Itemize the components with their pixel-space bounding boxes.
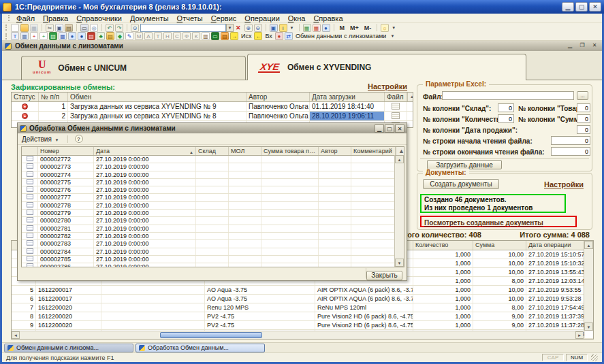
- table-row[interactable]: 00000277227.10.2019 0:00:00: [22, 156, 404, 163]
- nomenclature-icon[interactable]: ♣: [97, 32, 105, 40]
- edit-document-icon[interactable]: ✎: [125, 32, 133, 40]
- doc-number-cell[interactable]: 000002779: [38, 210, 94, 216]
- table-row[interactable]: 00000278327.10.2019 0:00:00: [22, 240, 404, 248]
- help-icon[interactable]: ?: [75, 135, 83, 143]
- scroll-up-icon[interactable]: ▲: [584, 241, 593, 249]
- search-dropdown-icon[interactable]: ▼: [226, 24, 234, 32]
- mdi-close-button[interactable]: ✕: [590, 42, 599, 50]
- menu-item-3[interactable]: Документы: [126, 14, 173, 22]
- doc-number-cell[interactable]: 000002775: [38, 179, 94, 186]
- table-row[interactable]: 00000277527.10.2019 0:00:00: [22, 179, 404, 186]
- column-header[interactable]: Статус: [12, 93, 39, 101]
- mdi-window-titlebar[interactable]: Обмен данными с линзоматами ▁ ❐ ✕: [2, 41, 602, 51]
- person-blue-icon[interactable]: ●: [78, 32, 86, 40]
- column-header[interactable]: Сумма: [473, 241, 526, 250]
- doc-mc-icon[interactable]: М: [135, 32, 143, 40]
- sales-vscrollbar[interactable]: ▲▼: [584, 241, 593, 331]
- column-header[interactable]: № п/п: [39, 93, 68, 101]
- col-saledate-input[interactable]: [577, 125, 590, 134]
- doc-number-cell[interactable]: 000002780: [38, 217, 94, 224]
- tab-unicum[interactable]: U unicum Обмен с UNICUM: [21, 56, 246, 80]
- browse-file-button[interactable]: ...: [577, 91, 588, 100]
- menu-item-2[interactable]: Справочники: [72, 14, 126, 22]
- doc-number-cell[interactable]: 000002784: [38, 248, 94, 255]
- doc-number-cell[interactable]: 000002777: [38, 194, 94, 201]
- exchange-icon[interactable]: ⇄: [285, 32, 293, 40]
- print-preview-icon[interactable]: ◎: [90, 24, 98, 32]
- table-row[interactable]: 00000278127.10.2019 0:00:00: [22, 225, 404, 233]
- column-header[interactable]: Дата операции: [526, 241, 585, 250]
- modal-close-button[interactable]: ✕: [395, 125, 404, 133]
- doc-nkl-icon[interactable]: Н: [163, 32, 172, 40]
- warehouse-cube-icon[interactable]: ◆: [116, 32, 124, 40]
- tip-of-day-icon[interactable]: ☼: [381, 24, 389, 32]
- incoming-docs-icon[interactable]: ←: [254, 32, 262, 40]
- ledger-green-icon[interactable]: ▤: [49, 32, 57, 40]
- new-document-icon[interactable]: [11, 24, 19, 32]
- terminal-green-icon[interactable]: ▭: [211, 32, 219, 40]
- doc-kassa-icon[interactable]: К: [192, 32, 200, 40]
- mdi-restore-button[interactable]: ❐: [577, 42, 587, 50]
- menu-item-7[interactable]: Окна: [284, 14, 310, 22]
- find-icon[interactable]: ⊙: [131, 24, 139, 32]
- zoom-out-icon[interactable]: ⊖: [254, 24, 262, 32]
- resize-grip[interactable]: [591, 354, 598, 361]
- memory-add[interactable]: M+: [348, 24, 361, 31]
- counterparties-icon[interactable]: ●: [68, 32, 76, 40]
- column-header[interactable]: Дата▲: [94, 147, 196, 155]
- scroll-up-icon[interactable]: ▲: [396, 147, 404, 155]
- chevron-down-icon[interactable]: ▼: [390, 34, 394, 38]
- table-row[interactable]: 00000278627.10.2019 0:00:00: [22, 263, 404, 267]
- table-row[interactable]: 61612200017AO Aqua -3.75AIR OPTIX AQUA (…: [12, 295, 593, 303]
- column-header[interactable]: Дата загрузки: [310, 93, 385, 101]
- table-row[interactable]: 00000277427.10.2019 0:00:00: [22, 171, 404, 179]
- chevron-down-icon[interactable]: ▼: [290, 26, 294, 30]
- close-dialog-button[interactable]: Закрыть: [366, 271, 402, 280]
- load-date-cell[interactable]: 01.11.2019 18:41:40: [310, 102, 385, 111]
- table-row[interactable]: 51612200017AO Aqua -3.75AIR OPTIX AQUA (…: [12, 286, 593, 295]
- accounts-chart-icon[interactable]: ▦: [20, 32, 29, 40]
- open-folder-icon[interactable]: [20, 24, 29, 32]
- table-row[interactable]: 00000278527.10.2019 0:00:00: [22, 256, 404, 263]
- table-row[interactable]: 00000278027.10.2019 0:00:00: [22, 217, 404, 225]
- clear-search-icon[interactable]: ✕: [234, 24, 243, 31]
- scroll-down-icon[interactable]: ▼: [584, 322, 593, 331]
- doc-schet-icon[interactable]: С: [173, 32, 181, 40]
- mdi-minimize-button[interactable]: ▁: [565, 42, 575, 50]
- modal-titlebar[interactable]: Обработка Обмен данными с линзоматами ▁ …: [18, 123, 407, 133]
- posting-red-icon[interactable]: +: [30, 32, 38, 40]
- doc-number-cell[interactable]: 000002786: [38, 263, 94, 267]
- column-header[interactable]: Номер: [38, 147, 94, 155]
- table-row[interactable]: 91612200020PV2 -4.75Pure Vision2 HD (6 p…: [12, 321, 593, 330]
- save-icon[interactable]: ▦: [30, 24, 38, 32]
- documents-settings-link[interactable]: Настройки: [544, 180, 584, 188]
- print-icon[interactable]: ▭: [80, 24, 89, 32]
- report-orange-icon[interactable]: ▤: [221, 32, 229, 40]
- create-documents-button[interactable]: Создать документы: [423, 179, 499, 189]
- table-row[interactable]: 00000277627.10.2019 0:00:00: [22, 186, 404, 194]
- close-button[interactable]: ✕: [589, 2, 601, 12]
- table-row[interactable]: 00000277327.10.2019 0:00:00: [22, 163, 404, 171]
- redo-icon[interactable]: ↷: [115, 24, 123, 32]
- maximize-button[interactable]: ▢: [575, 2, 588, 12]
- doc-number-cell[interactable]: 000002783: [38, 240, 94, 247]
- minimize-button[interactable]: ▁: [562, 2, 574, 12]
- doc-number-cell[interactable]: 000002778: [38, 202, 94, 209]
- menu-item-0[interactable]: Файл: [12, 14, 39, 22]
- column-header[interactable]: Обмен: [68, 93, 247, 101]
- cut-icon[interactable]: ✂: [46, 24, 54, 32]
- file-input[interactable]: [442, 91, 574, 100]
- col-tovar-input[interactable]: [577, 103, 590, 112]
- load-data-button[interactable]: Загрузить данные: [427, 160, 502, 169]
- sales-hscrollbar[interactable]: ◄►: [12, 331, 584, 339]
- chevron-down-icon[interactable]: ▼: [392, 26, 396, 30]
- table-red-icon[interactable]: ▦: [313, 24, 321, 32]
- menu-item-6[interactable]: Операции: [240, 14, 283, 22]
- info-icon[interactable]: i: [279, 24, 287, 32]
- hscroll-thumb[interactable]: [160, 332, 262, 338]
- doc-number-cell[interactable]: 000002782: [38, 233, 94, 239]
- doc-akt-icon[interactable]: А: [144, 32, 153, 40]
- table-row[interactable]: 00000278427.10.2019 0:00:00: [22, 248, 404, 256]
- scroll-right-icon[interactable]: ►: [575, 331, 584, 339]
- outgoing-docs-icon[interactable]: →: [230, 32, 238, 40]
